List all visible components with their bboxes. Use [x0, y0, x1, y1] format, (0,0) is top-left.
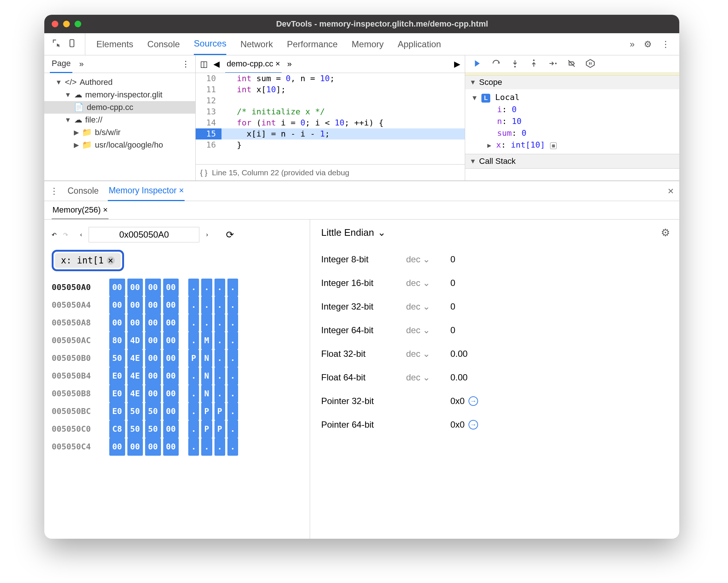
scope-variable[interactable]: n: 10	[487, 115, 672, 127]
drawer: ⋮ Console Memory Inspector × × Memory(25…	[44, 181, 679, 539]
drawer-tab-memory-inspector[interactable]: Memory Inspector ×	[108, 181, 185, 201]
jump-to-address-icon[interactable]: →	[468, 420, 478, 430]
code-line[interactable]: 15 x[i] = n - i - 1;	[196, 128, 465, 139]
callstack-section-header[interactable]: ▼Call Stack	[465, 154, 679, 168]
hex-row[interactable]: 005050A000000000....	[52, 279, 302, 296]
nav-prev-icon[interactable]: ◀	[213, 59, 220, 69]
more-tabs-icon[interactable]: »	[79, 59, 83, 69]
settings-gear-icon[interactable]: ⚙	[644, 39, 652, 49]
hex-row[interactable]: 005050AC804D0000.M..	[52, 332, 302, 349]
address-prev-button[interactable]: ‹	[80, 231, 82, 238]
tree-domain[interactable]: ▼☁memory-inspector.glit	[44, 89, 195, 101]
resume-button[interactable]	[473, 59, 482, 70]
step-into-button[interactable]	[510, 59, 520, 70]
svg-point-3	[555, 62, 557, 64]
panel-tab-application[interactable]: Application	[398, 34, 441, 55]
format-select[interactable]: dec ⌄	[406, 318, 450, 342]
format-select[interactable]: dec ⌄	[406, 248, 450, 271]
memory-tab[interactable]: Memory(256) ×	[52, 201, 109, 219]
hex-row[interactable]: 005050B8E04E0000.N..	[52, 385, 302, 403]
devtools-window: DevTools - memory-inspector.glitch.me/de…	[44, 15, 679, 539]
scope-variable[interactable]: ▶ x: int[10] ⊞	[487, 139, 672, 152]
panel-tab-console[interactable]: Console	[147, 34, 180, 55]
chevron-down-icon: ⌄	[423, 366, 430, 389]
step-over-button[interactable]	[491, 59, 501, 70]
minimize-window-button[interactable]	[63, 21, 70, 27]
code-line[interactable]: 16 }	[196, 139, 465, 151]
endianness-select[interactable]: Little Endian ⌄ ⚙	[321, 227, 668, 238]
close-window-button[interactable]	[52, 21, 58, 27]
code-area[interactable]: 10 int sum = 0, n = 10;11 int x[10];1213…	[196, 73, 465, 164]
format-select[interactable]: dec ⌄	[406, 271, 450, 295]
tree-root[interactable]: ▼</>Authored	[44, 76, 195, 89]
close-tab-icon[interactable]: ×	[275, 59, 280, 68]
scope-variable[interactable]: i: 0	[487, 104, 672, 115]
hex-row[interactable]: 005050B0504E0000PN..	[52, 349, 302, 367]
tree-file-selected[interactable]: 📄demo-cpp.cc	[44, 101, 195, 114]
close-drawer-icon[interactable]: ×	[668, 185, 674, 197]
panel-tab-performance[interactable]: Performance	[287, 34, 337, 55]
code-line[interactable]: 11 int x[10];	[196, 84, 465, 95]
inspect-element-icon[interactable]	[52, 38, 61, 50]
format-select[interactable]: dec ⌄	[406, 342, 450, 366]
address-next-button[interactable]: ›	[206, 231, 208, 238]
hex-row[interactable]: 005050A400000000....	[52, 296, 302, 314]
close-memory-tab-icon[interactable]: ×	[103, 205, 108, 214]
redo-icon[interactable]: ↷	[63, 231, 68, 238]
hex-row[interactable]: 005050B4E04E0000.N..	[52, 367, 302, 385]
undo-icon[interactable]: ↶	[52, 231, 56, 238]
close-drawer-tab-icon[interactable]: ×	[179, 186, 184, 195]
hex-row[interactable]: 005050C400000000....	[52, 438, 302, 456]
hex-row[interactable]: 005050BCE0505000.PP.	[52, 403, 302, 420]
chevron-down-icon: ⌄	[423, 271, 430, 295]
value-row: Integer 16-bitdec ⌄0	[321, 271, 668, 295]
editor-file-tab[interactable]: demo-cpp.cc ×	[225, 55, 282, 73]
code-line[interactable]: 10 int sum = 0, n = 10;	[196, 73, 465, 84]
more-menu-icon[interactable]: ⋮	[661, 39, 670, 49]
panel-tab-sources[interactable]: Sources	[194, 33, 226, 55]
chip-remove-icon[interactable]: ×	[107, 256, 115, 265]
nav-back-icon[interactable]: ◫	[200, 59, 208, 69]
code-line[interactable]: 13 /* initialize x */	[196, 106, 465, 117]
window-titlebar: DevTools - memory-inspector.glitch.me/de…	[44, 15, 679, 33]
code-line[interactable]: 12	[196, 95, 465, 106]
pretty-print-icon[interactable]: { }	[200, 168, 207, 177]
panel-tab-memory[interactable]: Memory	[352, 34, 384, 55]
pause-on-exceptions-button[interactable]	[586, 59, 595, 70]
cursor-position: Line 15, Column 22 (provided via debug	[212, 168, 349, 177]
panel-tab-network[interactable]: Network	[240, 34, 273, 55]
value-row: Float 32-bitdec ⌄0.00	[321, 342, 668, 366]
jump-to-address-icon[interactable]: →	[468, 396, 478, 406]
hex-row[interactable]: 005050C0C8505000.PP.	[52, 420, 302, 438]
scope-section-header[interactable]: ▼Scope	[465, 75, 679, 89]
format-select[interactable]: dec ⌄	[406, 295, 450, 318]
step-button[interactable]	[548, 59, 557, 70]
tree-folder[interactable]: ▶📁usr/local/google/ho	[44, 139, 195, 151]
maximize-window-button[interactable]	[75, 21, 81, 27]
address-input[interactable]	[89, 227, 199, 242]
more-files-icon[interactable]: »	[287, 59, 292, 69]
value-settings-icon[interactable]: ⚙	[661, 227, 670, 239]
drawer-menu-icon[interactable]: ⋮	[50, 186, 58, 196]
sidebar-menu-icon[interactable]: ⋮	[182, 59, 190, 69]
scope-local[interactable]: ▼ L Local	[473, 92, 672, 104]
value-row: Float 64-bitdec ⌄0.00	[321, 366, 668, 389]
drawer-tab-console[interactable]: Console	[68, 186, 99, 196]
object-chip[interactable]: x: int[1×	[55, 253, 121, 268]
step-out-button[interactable]	[529, 59, 539, 70]
deactivate-breakpoints-button[interactable]	[567, 59, 576, 70]
panel-tab-elements[interactable]: Elements	[96, 34, 133, 55]
tree-file-scheme[interactable]: ▼☁file://	[44, 114, 195, 126]
page-tab[interactable]: Page	[50, 55, 72, 73]
hex-row[interactable]: 005050A800000000....	[52, 314, 302, 332]
device-toggle-icon[interactable]	[68, 38, 78, 50]
more-panels-icon[interactable]: »	[630, 39, 635, 49]
code-line[interactable]: 14 for (int i = 0; i < 10; ++i) {	[196, 117, 465, 128]
value-row: Integer 32-bitdec ⌄0	[321, 295, 668, 318]
scope-variable[interactable]: sum: 0	[487, 127, 672, 139]
value-display: 0.00	[450, 342, 468, 366]
run-snippet-icon[interactable]: ▶	[454, 59, 460, 69]
format-select[interactable]: dec ⌄	[406, 366, 450, 389]
refresh-icon[interactable]: ⟳	[226, 229, 234, 241]
tree-folder[interactable]: ▶📁b/s/w/ir	[44, 126, 195, 139]
